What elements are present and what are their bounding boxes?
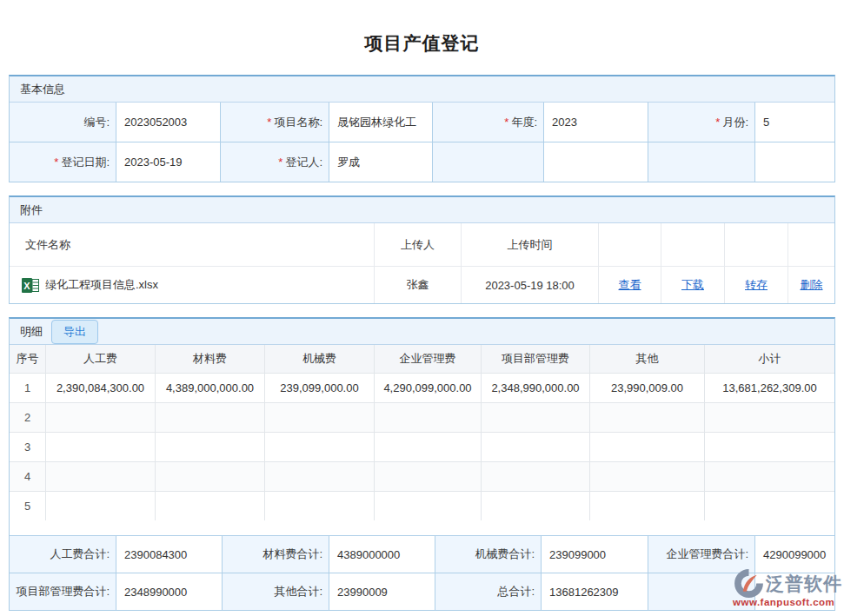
save-as-link[interactable]: 转存 [745, 277, 768, 293]
detail-row-seq: 3 [10, 433, 45, 461]
detail-cell-empty [265, 462, 374, 491]
empty-value-cell [755, 142, 834, 182]
field-label-code-text: 编号: [83, 115, 110, 130]
detail-cell-empty [482, 403, 589, 432]
col-header-action [788, 223, 834, 266]
detail-cell-empty [482, 492, 589, 520]
col-header-labor: 人工费 [46, 345, 155, 373]
empty-label-cell [648, 573, 754, 610]
field-label-year-text: 年度: [511, 115, 537, 130]
empty-value-cell [544, 142, 648, 182]
detail-row-seq: 2 [10, 403, 45, 432]
field-value-register-date: 2023-05-19 [116, 142, 220, 182]
delete-link[interactable]: 删除 [801, 277, 823, 293]
attachment-upload-time: 2023-05-19 18:00 [462, 267, 598, 303]
summary-value-labor-total: 2390084300 [116, 536, 222, 573]
field-label-month: * 月份: [648, 103, 754, 142]
detail-row-seq: 1 [10, 374, 45, 402]
excel-file-icon: X [22, 277, 39, 294]
required-asterisk: * [504, 116, 508, 129]
detail-cell-empty [156, 492, 264, 520]
col-header-project-dept-mgmt: 项目部管理费 [482, 345, 589, 373]
field-label-registrant: * 登记人: [221, 142, 329, 182]
required-asterisk: * [715, 116, 720, 129]
attachment-action-cell: 下载 [661, 267, 724, 303]
col-header-uploader: 上传人 [375, 223, 461, 266]
detail-cell-empty [705, 403, 834, 432]
detail-cell-empty [590, 462, 704, 491]
field-value-month: 5 [755, 103, 834, 142]
attachment-action-cell: 删除 [788, 267, 834, 303]
col-header-other: 其他 [590, 345, 704, 373]
summary-value-machinery-total: 239099000 [542, 536, 648, 573]
detail-cell-empty [46, 433, 155, 461]
detail-cell-empty [156, 403, 264, 432]
download-link[interactable]: 下载 [681, 277, 704, 293]
page-title: 项目产值登记 [0, 0, 844, 56]
col-header-enterprise-mgmt: 企业管理费 [375, 345, 481, 373]
basic-info-panel: 基本信息 编号: 2023052003 * 项目名称: 晟铭园林绿化工 * 年度… [9, 75, 835, 182]
detail-cell-enterprise-mgmt: 4,290,099,000.00 [375, 374, 481, 402]
detail-cell-empty [482, 462, 589, 491]
attachments-section-header: 附件 [10, 197, 834, 223]
export-button[interactable]: 导出 [51, 320, 98, 344]
attachment-action-cell: 查看 [599, 267, 661, 303]
field-label-month-text: 月份: [722, 115, 748, 130]
detail-cell-empty [590, 433, 704, 461]
empty-label-cell [648, 142, 754, 182]
detail-cell-project-dept-mgmt: 2,348,990,000.00 [482, 374, 589, 402]
detail-row-seq: 4 [10, 462, 45, 491]
basic-info-section-header: 基本信息 [10, 76, 834, 103]
detail-cell-empty [590, 403, 704, 432]
detail-table: 序号 人工费 材料费 机械费 企业管理费 项目部管理费 其他 小计 1 2,39… [10, 345, 834, 520]
col-header-material: 材料费 [156, 345, 264, 373]
view-link[interactable]: 查看 [619, 277, 641, 293]
detail-cell-empty [705, 492, 834, 520]
col-header-seq: 序号 [10, 345, 45, 373]
summary-label-enterprise-mgmt-total: 企业管理费合计: [648, 536, 754, 573]
col-header-subtotal: 小计 [705, 345, 834, 373]
col-header-action [661, 223, 724, 266]
detail-section-title: 明细 [20, 324, 43, 340]
svg-text:X: X [23, 281, 30, 291]
summary-label-grand-total: 总合计: [435, 573, 541, 610]
required-asterisk: * [267, 116, 271, 129]
detail-cell-empty [375, 492, 481, 520]
basic-info-section-title: 基本信息 [20, 82, 65, 97]
field-label-code: 编号: [10, 103, 116, 142]
summary-value-other-total: 23990009 [329, 573, 435, 610]
summary-value-grand-total: 13681262309 [542, 573, 648, 610]
detail-cell-empty [265, 403, 374, 432]
empty-label-cell [433, 142, 543, 182]
col-header-upload-time: 上传时间 [462, 223, 598, 266]
detail-cell-empty [265, 433, 374, 461]
field-label-register-date: * 登记日期: [10, 142, 116, 182]
field-label-year: * 年度: [433, 103, 543, 142]
attachments-section-title: 附件 [20, 202, 43, 218]
field-label-project-name-text: 项目名称: [274, 115, 322, 130]
field-value-code: 2023052003 [116, 103, 220, 142]
detail-cell-empty [156, 433, 264, 461]
summary-value-enterprise-mgmt-total: 4290099000 [755, 536, 834, 573]
detail-cell-empty [482, 433, 589, 461]
detail-cell-empty [46, 462, 155, 491]
attachment-action-cell: 转存 [725, 267, 788, 303]
detail-cell-empty [46, 403, 155, 432]
summary-value-material-total: 4389000000 [329, 536, 435, 573]
col-header-machinery: 机械费 [265, 345, 374, 373]
field-label-register-date-text: 登记日期: [61, 155, 110, 170]
field-label-project-name: * 项目名称: [221, 103, 329, 142]
detail-cell-empty [705, 462, 834, 491]
detail-cell-material: 4,389,000,000.00 [156, 374, 264, 402]
detail-cell-empty [46, 492, 155, 520]
detail-cell-subtotal: 13,681,262,309.00 [705, 374, 834, 402]
summary-table: 人工费合计: 2390084300 材料费合计: 4389000000 机械费合… [10, 535, 834, 610]
summary-label-machinery-total: 机械费合计: [435, 536, 541, 573]
summary-label-material-total: 材料费合计: [223, 536, 329, 573]
detail-cell-empty [375, 403, 481, 432]
detail-panel: 明细 导出 序号 人工费 材料费 机械费 企业管理费 项目部管理费 其他 小计 … [9, 317, 835, 611]
attachment-file-cell: X 绿化工程项目信息.xlsx [10, 267, 374, 303]
detail-cell-empty [375, 462, 481, 491]
summary-label-labor-total: 人工费合计: [10, 536, 116, 573]
field-value-registrant: 罗成 [329, 142, 432, 182]
